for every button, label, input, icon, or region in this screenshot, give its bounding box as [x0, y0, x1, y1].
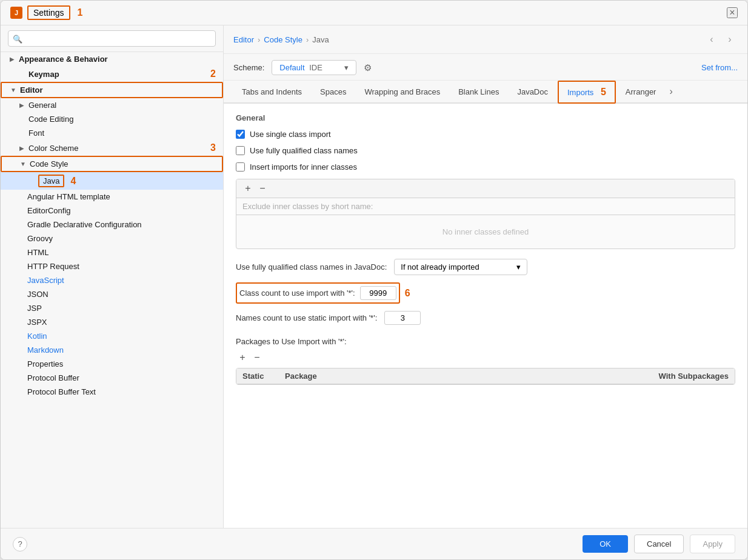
- tab-spaces[interactable]: Spaces: [312, 82, 355, 102]
- checkbox-label-inner[interactable]: Insert imports for inner classes: [250, 162, 357, 172]
- footer-right: OK Cancel Apply: [583, 535, 735, 553]
- checkbox-single-import[interactable]: [236, 130, 245, 139]
- sidebar-item-font[interactable]: Font: [1, 126, 223, 140]
- sidebar-item-kotlin[interactable]: Kotlin: [1, 329, 223, 343]
- gear-icon[interactable]: ⚙: [364, 62, 372, 73]
- sidebar-item-label: Gradle Declarative Configuration: [27, 220, 142, 229]
- sidebar-item-protocol-buffer[interactable]: Protocol Buffer: [1, 371, 223, 385]
- sidebar-item-label: Groovy: [27, 234, 53, 243]
- checkbox-label-single-import[interactable]: Use single class import: [250, 130, 331, 139]
- pkg-col-subpackages: With Subpackages: [650, 368, 735, 384]
- tab-javadoc[interactable]: JavaDoc: [509, 82, 556, 102]
- sidebar-item-editorconfig[interactable]: EditorConfig: [1, 204, 223, 218]
- toggle-icon-editor: ▼: [9, 87, 18, 93]
- sidebar-item-label: Properties: [27, 359, 63, 368]
- javadoc-value: If not already imported: [401, 262, 479, 272]
- tab-tabs-indents[interactable]: Tabs and Indents: [233, 82, 310, 102]
- breadcrumb-sep-1: ›: [258, 35, 260, 44]
- sidebar-item-gradle[interactable]: Gradle Declarative Configuration: [1, 218, 223, 232]
- breadcrumb-code-style[interactable]: Code Style: [264, 35, 302, 44]
- checkbox-qualified[interactable]: [236, 146, 245, 155]
- annotation-6: 6: [405, 288, 410, 299]
- exclude-field-label: Exclude inner classes by short name:: [242, 202, 373, 211]
- exclude-toolbar: + −: [236, 179, 735, 198]
- exclude-box: + − Exclude inner classes by short name:…: [236, 179, 735, 249]
- sidebar-item-label: Code Style: [30, 159, 68, 168]
- breadcrumb-java: Java: [312, 35, 329, 44]
- tab-more-button[interactable]: ›: [666, 81, 676, 102]
- nav-back-button[interactable]: ‹: [704, 32, 720, 47]
- add-exclude-button[interactable]: +: [241, 182, 255, 195]
- toggle-icon-code-style: ▼: [19, 161, 27, 167]
- pkg-col-static: Static: [236, 368, 279, 384]
- breadcrumb-editor[interactable]: Editor: [233, 35, 254, 44]
- scheme-select[interactable]: Default IDE ▾: [272, 60, 356, 75]
- set-from-link[interactable]: Set from...: [701, 63, 738, 72]
- main-content: Editor › Code Style › Java ‹ › Scheme: D…: [224, 25, 747, 528]
- annotation-1: 1: [78, 7, 83, 18]
- sidebar-item-label: Angular HTML template: [27, 192, 110, 201]
- sidebar-item-html[interactable]: HTML: [1, 245, 223, 259]
- remove-package-button[interactable]: −: [250, 351, 264, 364]
- title-bar-left: J Settings 1: [10, 5, 83, 20]
- sidebar-item-properties[interactable]: Properties: [1, 357, 223, 371]
- breadcrumb: Editor › Code Style › Java: [233, 35, 329, 44]
- close-button[interactable]: ×: [727, 7, 738, 18]
- sidebar-item-appearance[interactable]: ▶ Appearance & Behavior: [1, 52, 223, 66]
- javadoc-label: Use fully qualified class names in JavaD…: [236, 262, 387, 272]
- sidebar-item-color-scheme[interactable]: ▶ Color Scheme 3: [1, 140, 223, 156]
- packages-section: Packages to Use Import with '*': + − Sta…: [236, 337, 735, 385]
- app-icon: J: [10, 7, 22, 19]
- checkbox-row-inner: Insert imports for inner classes: [236, 161, 735, 173]
- breadcrumb-sep-2: ›: [306, 35, 309, 44]
- sidebar-item-java[interactable]: Java 4: [1, 172, 223, 190]
- sidebar-item-jsp[interactable]: JSP: [1, 301, 223, 315]
- search-box: 🔍: [1, 25, 223, 52]
- sidebar-item-jspx[interactable]: JSPX: [1, 315, 223, 329]
- sidebar-item-label: Keymap: [28, 70, 59, 79]
- sidebar-item-code-style[interactable]: ▼ Code Style: [1, 156, 223, 172]
- sidebar-item-markdown[interactable]: Markdown: [1, 343, 223, 357]
- toggle-icon-general: ▶: [18, 102, 26, 108]
- sidebar-item-general[interactable]: ▶ General: [1, 98, 223, 112]
- search-input[interactable]: [8, 30, 216, 47]
- sidebar-item-keymap[interactable]: Keymap 2: [1, 66, 223, 82]
- sidebar-item-label: Protocol Buffer Text: [27, 387, 96, 396]
- add-package-button[interactable]: +: [236, 351, 249, 364]
- packages-toolbar: + −: [236, 351, 735, 364]
- sidebar-item-json[interactable]: JSON: [1, 287, 223, 301]
- sidebar-item-http-request[interactable]: HTTP Request: [1, 259, 223, 273]
- search-wrap: 🔍: [8, 30, 216, 47]
- checkbox-label-qualified[interactable]: Use fully qualified class names: [250, 146, 358, 155]
- checkbox-inner-imports[interactable]: [236, 162, 245, 172]
- tab-blank-lines[interactable]: Blank Lines: [450, 82, 507, 102]
- nav-forward-button[interactable]: ›: [722, 32, 738, 47]
- dialog-footer: ? OK Cancel Apply: [1, 528, 747, 559]
- sidebar-item-protocol-buffer-text[interactable]: Protocol Buffer Text: [1, 385, 223, 399]
- help-button[interactable]: ?: [13, 537, 27, 552]
- checkbox-row-qualified: Use fully qualified class names: [236, 145, 735, 156]
- sidebar-item-code-editing[interactable]: Code Editing: [1, 112, 223, 126]
- sidebar-item-label: HTTP Request: [27, 262, 79, 271]
- remove-exclude-button[interactable]: −: [256, 182, 269, 195]
- sidebar-item-angular-html[interactable]: Angular HTML template: [1, 190, 223, 204]
- tab-imports[interactable]: Imports 5: [558, 81, 616, 104]
- sidebar-item-label: JSP: [27, 304, 42, 313]
- class-count-input[interactable]: [360, 286, 396, 300]
- sidebar-item-editor[interactable]: ▼ Editor: [1, 82, 223, 98]
- scheme-value: Default: [279, 63, 304, 72]
- sidebar-item-label: Editor: [20, 85, 43, 95]
- sidebar-item-label: JSPX: [27, 318, 47, 327]
- packages-header: Static Package With Subpackages: [236, 368, 735, 384]
- sidebar-item-groovy[interactable]: Groovy: [1, 232, 223, 245]
- dialog-title: Settings: [27, 5, 70, 20]
- apply-button[interactable]: Apply: [690, 535, 735, 553]
- cancel-button[interactable]: Cancel: [634, 535, 684, 553]
- names-count-input[interactable]: [384, 311, 421, 325]
- sidebar-item-javascript[interactable]: JavaScript: [1, 273, 223, 287]
- javadoc-dropdown-icon: ▾: [516, 262, 521, 272]
- javadoc-select[interactable]: If not already imported ▾: [394, 259, 527, 275]
- tab-wrapping[interactable]: Wrapping and Braces: [356, 82, 449, 102]
- tab-arranger[interactable]: Arranger: [617, 82, 665, 102]
- ok-button[interactable]: OK: [583, 535, 628, 553]
